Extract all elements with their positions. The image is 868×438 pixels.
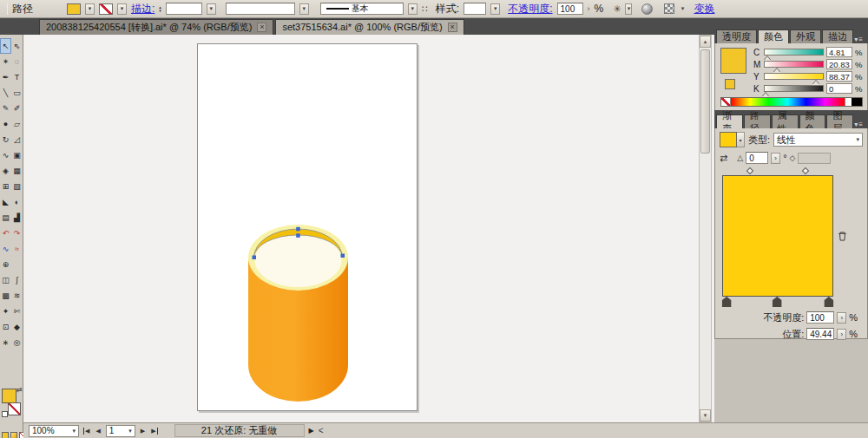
swap-fill-stroke-icon[interactable]: ⇄	[16, 386, 23, 394]
spectrum-rainbow[interactable]	[731, 98, 845, 106]
channel-value-input[interactable]: 0	[826, 83, 852, 94]
cylinder-artwork[interactable]	[198, 44, 418, 412]
scissors-tool[interactable]: ✄	[11, 304, 23, 319]
hand-tool[interactable]: ∗	[0, 335, 11, 350]
scroll-down-icon[interactable]: ▼	[700, 409, 711, 422]
stroke-indicator[interactable]	[8, 402, 21, 415]
gradient-stop[interactable]	[722, 297, 732, 307]
artboard-tool[interactable]: ⊕	[0, 257, 11, 272]
none-swatch[interactable]	[721, 98, 731, 106]
panel-menu-icon[interactable]: ▾≡	[854, 36, 864, 43]
smooth-tool[interactable]: ≋	[11, 288, 23, 304]
previous-artboard-icon[interactable]: ◀	[95, 428, 101, 435]
channel-slider[interactable]	[764, 61, 824, 68]
channel-slider[interactable]	[764, 73, 824, 80]
symbol-sprayer-tool[interactable]: ▤	[0, 210, 11, 226]
white-swatch[interactable]	[845, 98, 852, 106]
graph-tool[interactable]: ▟	[11, 210, 23, 226]
scrollbar-thumb[interactable]	[700, 49, 710, 154]
channel-slider[interactable]	[764, 85, 824, 92]
magic-wand-tool[interactable]: ✶	[0, 54, 11, 69]
channel-slider[interactable]	[764, 49, 824, 56]
zoom-tool[interactable]: ◎	[11, 335, 23, 350]
gradient-mode-button[interactable]	[10, 432, 17, 438]
gradient-type-select[interactable]: 线性 ▾	[773, 133, 863, 147]
knife-tool[interactable]: ✦	[0, 304, 11, 319]
stroke-link[interactable]: 描边:	[131, 2, 155, 16]
graphic-styles-dropdown-icon[interactable]: ▾	[625, 3, 632, 15]
shape-builder-tool[interactable]: ◈	[0, 163, 11, 179]
stop-position-input[interactable]: 49.44	[806, 328, 834, 340]
anchor-point[interactable]	[341, 254, 345, 258]
opacity-input[interactable]: 100	[557, 3, 583, 15]
opacity-stepper-icon[interactable]: ›	[588, 4, 590, 13]
gradient-swatch[interactable]	[720, 132, 737, 147]
fill-indicator[interactable]	[2, 389, 16, 403]
tab-close-icon[interactable]: ×	[448, 23, 457, 32]
angle-input[interactable]: 0	[746, 152, 768, 164]
panel-tab[interactable]: 路径	[744, 114, 771, 128]
gradient-midpoint-icon[interactable]	[746, 167, 753, 174]
canvas-area[interactable]: ▲ ▼	[23, 35, 714, 422]
next-artboard-icon[interactable]: ▶	[140, 428, 146, 435]
arc-tool[interactable]: ↶	[0, 226, 11, 241]
panel-tab[interactable]: 描边	[822, 29, 853, 43]
width-profile-dropdown-icon[interactable]: ▾	[299, 3, 309, 15]
crop-tool[interactable]: ⊡	[0, 319, 11, 335]
blob-brush-tool[interactable]: ●	[0, 116, 11, 132]
width-profile-select[interactable]	[226, 3, 295, 15]
gradient-midpoint-icon[interactable]	[801, 167, 808, 174]
scroll-up-icon[interactable]: ▲	[700, 36, 711, 48]
style-dropdown-icon[interactable]: ▾	[490, 3, 500, 15]
document-tab[interactable]: 200838125420554 [转换].ai* @ 74% (RGB/预览) …	[39, 19, 273, 35]
slice-tool[interactable]: ◆	[11, 319, 23, 335]
gradient-tool[interactable]: ▧	[11, 179, 23, 194]
spiral-tool[interactable]: ↷	[11, 226, 23, 241]
pen-tool[interactable]: ✒	[0, 69, 11, 85]
spacer[interactable]	[11, 257, 23, 272]
position-stepper-icon[interactable]: ›	[837, 329, 846, 340]
last-artboard-icon[interactable]: ▶	[150, 428, 157, 435]
tab-close-icon[interactable]: ×	[257, 23, 266, 32]
artboard[interactable]	[197, 43, 418, 411]
panel-menu-icon[interactable]: ▾≡	[854, 121, 864, 128]
fill-dropdown-icon[interactable]: ▾	[85, 3, 95, 15]
transparency-grid-icon[interactable]	[664, 3, 674, 14]
gradient-swatch-dropdown-icon[interactable]: ▾	[737, 132, 745, 147]
direct-selection-tool[interactable]: ⇖	[11, 38, 23, 54]
stroke-color-swatch[interactable]	[99, 3, 113, 15]
graphic-styles-icon[interactable]: ✳	[613, 3, 621, 15]
stop-opacity-input[interactable]: 100	[806, 311, 834, 324]
transform-link[interactable]: 变换	[694, 2, 714, 16]
gradient-slider[interactable]	[722, 175, 833, 297]
panel-tab[interactable]: 外观	[790, 29, 821, 43]
channel-value-input[interactable]: 4.81	[826, 47, 852, 57]
first-artboard-icon[interactable]: ◀	[83, 428, 90, 435]
color-mode-button[interactable]	[2, 432, 9, 438]
delete-stop-icon[interactable]	[837, 231, 848, 244]
anchor-point[interactable]	[253, 256, 257, 260]
brush-dropdown-icon[interactable]: ▾	[408, 3, 418, 15]
vertical-scrollbar[interactable]: ▲ ▼	[699, 35, 712, 422]
eraser-tool[interactable]: ▱	[11, 116, 23, 132]
rectangle-tool[interactable]: ▭	[11, 85, 23, 101]
eyedropper-tool[interactable]: ◣	[0, 194, 11, 210]
stroke-weight-stepper[interactable]: ▴▾	[159, 5, 161, 12]
default-fill-stroke-icon[interactable]	[2, 411, 8, 417]
fill-color-swatch[interactable]	[67, 3, 81, 15]
line-segment-tool[interactable]: ╲	[0, 85, 11, 101]
width-tool[interactable]: ∿	[0, 147, 11, 163]
lasso-tool[interactable]: ◌	[11, 54, 23, 69]
wave-tool[interactable]: ≈	[11, 241, 23, 257]
zoom-level-select[interactable]: 100% ▾	[29, 425, 79, 437]
paintbrush-tool[interactable]: ✎	[0, 101, 11, 116]
selection-tool[interactable]: ↖	[0, 38, 11, 54]
reverse-gradient-icon[interactable]: ⇄	[720, 153, 727, 164]
mesh-tool[interactable]: ⊞	[0, 179, 11, 194]
transparency-grid-dropdown-icon[interactable]: ▾	[679, 3, 686, 15]
color-spectrum-bar[interactable]	[720, 97, 863, 107]
panel-tab[interactable]: 透明度	[716, 29, 757, 43]
style-select[interactable]	[464, 3, 486, 15]
stroke-weight-input[interactable]	[166, 3, 202, 15]
stroke-weight-dropdown-icon[interactable]: ▾	[207, 3, 216, 15]
